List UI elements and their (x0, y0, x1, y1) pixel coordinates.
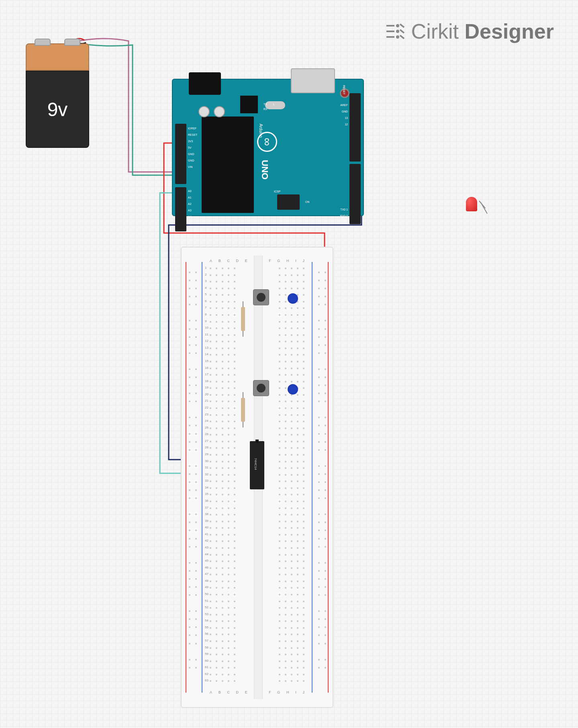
breadboard-row-number: 23 (205, 413, 208, 416)
battery-terminal-negative (35, 39, 51, 46)
col-label: I (295, 690, 296, 696)
breadboard-row-number: 19 (205, 386, 208, 389)
breadboard-row-number: 37 (205, 506, 208, 509)
breadboard-row-number: 21 (205, 399, 208, 403)
breadboard-row-number: 29 (205, 452, 208, 456)
battery-9v[interactable]: 9v (26, 43, 89, 148)
breadboard-row-number: 57 (205, 639, 208, 642)
pin-label: A5 (188, 222, 192, 225)
col-label: H (286, 259, 289, 264)
breadboard-row-number: 22 (205, 406, 208, 409)
breadboard-row-number: 7 (205, 306, 206, 309)
product-name: Designer (464, 20, 554, 43)
breadboard-row-number: 35 (205, 492, 208, 496)
col-label: A (210, 690, 212, 696)
svg-point-0 (396, 24, 399, 27)
l-label: L (273, 103, 275, 106)
breadboard-right-minus-rail (312, 262, 312, 693)
breadboard-row-number: 3 (205, 279, 206, 283)
pin-label: A3 (188, 209, 192, 212)
pin-label: RX0 0 (340, 215, 348, 217)
col-label: E (245, 259, 247, 264)
led-cathode-leg (480, 202, 488, 214)
pin-label: GND (188, 159, 194, 162)
arduino-icsp-header[interactable] (277, 194, 300, 210)
breadboard-row-number: 28 (205, 446, 208, 449)
on-label: ON (305, 200, 310, 203)
breadboard-row-number: 54 (205, 619, 208, 622)
col-label: J (302, 690, 304, 696)
breadboard-row-number: 25 (205, 426, 208, 429)
breadboard-row-number: 5 (205, 292, 206, 296)
breadboard-row-number: 30 (205, 459, 208, 463)
arduino-digital-header-low[interactable] (349, 164, 361, 224)
breadboard-row-number: 10 (205, 326, 208, 329)
col-label: D (236, 259, 239, 264)
capacitor-2[interactable] (288, 384, 298, 395)
col-label: A (210, 259, 212, 264)
breadboard-column-labels-bottom: A B C D E F G H I J (210, 690, 304, 696)
capacitor-1[interactable] (288, 293, 298, 304)
col-label: F (269, 259, 271, 264)
breadboard-row-number: 40 (205, 526, 208, 529)
breadboard-row-number: 20 (205, 393, 208, 396)
led-red[interactable] (466, 193, 498, 217)
arduino-uno[interactable]: Arduino UNO IOREF RESET 3V3 5V GND GND V… (172, 79, 364, 216)
breadboard-row-number: 43 (205, 546, 208, 549)
resistor-2[interactable] (241, 398, 245, 422)
pin-label: GND (341, 110, 348, 113)
pushbutton-2[interactable] (253, 380, 269, 396)
ic-label: 74HC14 (254, 458, 257, 470)
arduino-brand-label: Arduino (259, 124, 263, 137)
arduino-crystal-icon (265, 101, 285, 109)
battery-body: 9v (26, 71, 89, 148)
arduino-usb-chip (240, 96, 258, 113)
breadboard-row-number: 39 (205, 519, 208, 523)
pushbutton-1[interactable] (253, 289, 269, 305)
resistor-1[interactable] (241, 307, 245, 331)
breadboard-row-number: 11 (205, 333, 208, 336)
pin-label: 3V3 (188, 140, 193, 143)
breadboard-row-number: 14 (205, 352, 208, 356)
breadboard-left-minus-rail (202, 262, 202, 693)
pin-label: TX0 1 (340, 208, 348, 211)
arduino-usb-port (291, 68, 335, 93)
breadboard-row-number: 52 (205, 605, 208, 609)
arduino-capacitor-icon (198, 106, 210, 117)
arduino-power-jack (189, 72, 221, 95)
col-label: I (295, 259, 296, 264)
breadboard-row-number: 8 (205, 313, 206, 316)
breadboard-row-number: 55 (205, 626, 208, 629)
breadboard-row-number: 63 (205, 679, 208, 682)
col-label: B (219, 259, 221, 264)
arduino-model-label: UNO (259, 160, 270, 180)
arduino-power-header[interactable] (175, 124, 186, 184)
breadboard-left-plus-rail (186, 262, 186, 693)
col-label: G (277, 259, 280, 264)
breadboard-row-number: 32 (205, 472, 208, 476)
col-label: B (219, 690, 221, 696)
breadboard-row-number: 27 (205, 439, 208, 443)
svg-point-2 (396, 35, 399, 39)
breadboard-row-number: 46 (205, 566, 208, 569)
col-label: F (269, 690, 271, 696)
col-label: C (227, 259, 230, 264)
breadboard-column-labels-top: A B C D E F G H I J (210, 259, 304, 264)
breadboard-row-number: 13 (205, 346, 208, 350)
pin-label: 13 (345, 117, 348, 119)
pin-label: A4 (188, 215, 192, 218)
col-label: J (302, 259, 304, 264)
cirkit-logo-icon (382, 22, 406, 41)
battery-terminal-positive (64, 39, 80, 46)
rx-label: RX (263, 108, 268, 110)
brand-text: Cirkit Designer (411, 19, 554, 43)
pin-label: AREF (340, 104, 348, 106)
breadboard-row-number: 18 (205, 379, 208, 383)
arduino-capacitor-icon (214, 106, 225, 117)
brand-name: Cirkit (411, 20, 459, 43)
arduino-analog-header[interactable] (175, 187, 186, 231)
arduino-digital-header-high[interactable] (349, 93, 361, 162)
breadboard-row-number: 1 (205, 266, 206, 270)
battery-voltage-label: 9v (47, 98, 68, 121)
breadboard-row-number: 41 (205, 532, 208, 536)
